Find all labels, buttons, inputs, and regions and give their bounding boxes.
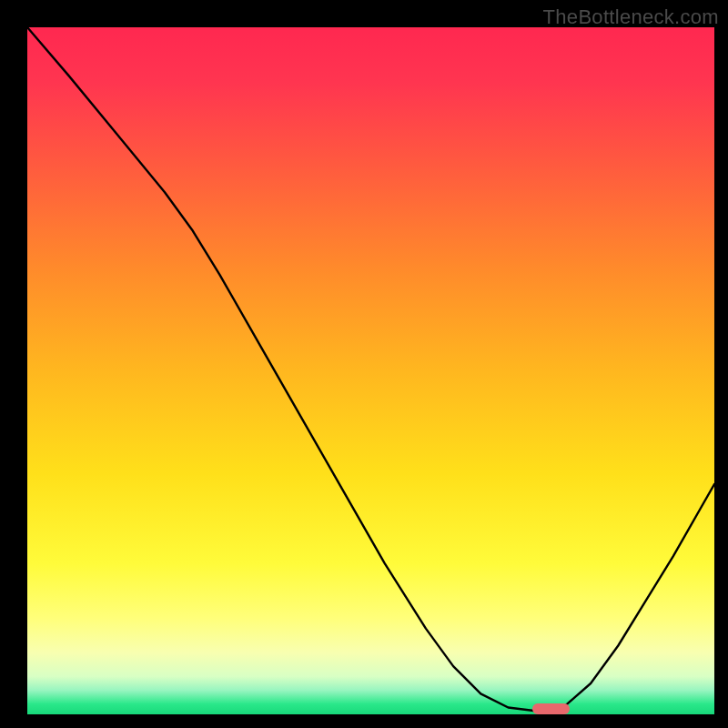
bottleneck-curve xyxy=(27,27,714,714)
plot-area xyxy=(27,27,714,714)
optimal-zone-marker xyxy=(532,703,571,714)
chart-frame: TheBottleneck.com xyxy=(0,0,728,728)
watermark-text: TheBottleneck.com xyxy=(543,5,719,29)
